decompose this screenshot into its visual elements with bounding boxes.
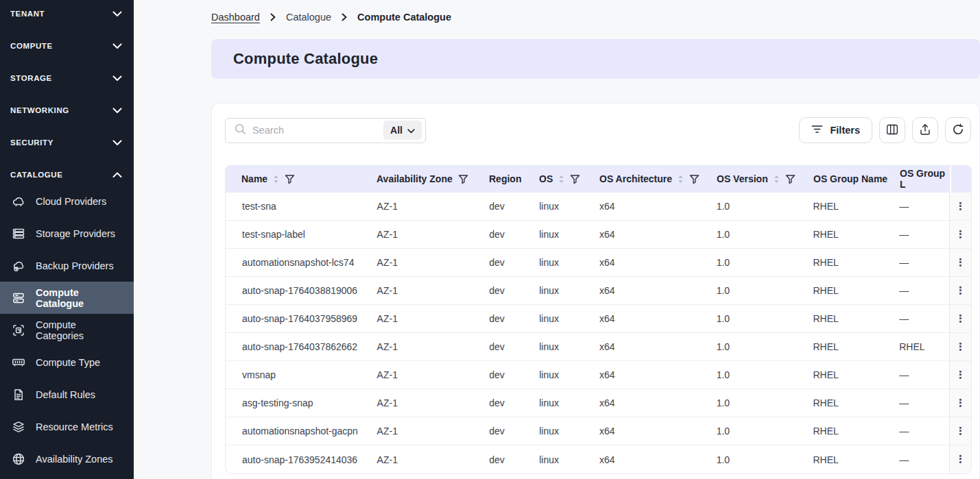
- cell-os-group-name: RHEL: [800, 341, 891, 352]
- chevron-down-icon: [112, 104, 122, 116]
- sidebar-section-tenant[interactable]: TENANT: [0, 0, 134, 29]
- cell-region: dev: [479, 426, 531, 437]
- column-header-os-group-label[interactable]: OS Group L: [892, 165, 950, 193]
- cell-os: linux: [531, 454, 590, 465]
- cell-os-group-name: RHEL: [800, 201, 891, 212]
- filters-button[interactable]: Filters: [799, 117, 872, 143]
- server-icon: [12, 291, 25, 305]
- column-header-name[interactable]: Name: [225, 165, 368, 193]
- storage-stack-icon: [12, 227, 25, 241]
- column-header-os-architecture[interactable]: OS Architecture: [590, 165, 706, 193]
- chevron-up-icon: [112, 169, 122, 181]
- column-header-availability-zone[interactable]: Availability Zone: [368, 165, 479, 193]
- filter-icon[interactable]: [458, 174, 468, 184]
- cell-region: dev: [479, 341, 531, 352]
- sidebar-item-availability-zones[interactable]: Availability Zones: [0, 443, 134, 475]
- row-actions-kebab-button[interactable]: ⋮: [955, 201, 966, 212]
- filter-icon[interactable]: [689, 174, 700, 184]
- column-header-os-group-name[interactable]: OS Group Name: [801, 165, 892, 193]
- cell-availability-zone: AZ-1: [369, 454, 479, 465]
- row-actions-kebab-button[interactable]: ⋮: [955, 398, 966, 408]
- sort-icon[interactable]: [273, 175, 279, 184]
- search-scope-dropdown[interactable]: All: [383, 121, 422, 140]
- row-actions-kebab-button[interactable]: ⋮: [955, 230, 966, 240]
- cell-os-version: 1.0: [706, 426, 801, 437]
- cell-os-group-label: —: [891, 257, 949, 268]
- sidebar-section-networking[interactable]: NETWORKING: [0, 94, 134, 126]
- cell-availability-zone: AZ-1: [369, 257, 479, 268]
- breadcrumb-item-catalogue[interactable]: Catalogue: [286, 12, 331, 23]
- cell-os-version: 1.0: [706, 285, 801, 296]
- cell-os-version: 1.0: [706, 229, 801, 240]
- cell-os-architecture: x64: [590, 341, 706, 352]
- columns-button[interactable]: [879, 117, 905, 143]
- export-icon: [919, 123, 931, 138]
- export-button[interactable]: [912, 117, 938, 143]
- column-header-os[interactable]: OS: [531, 165, 590, 193]
- row-actions-kebab-button[interactable]: ⋮: [955, 370, 966, 380]
- cell-os-architecture: x64: [590, 397, 706, 408]
- cell-availability-zone: AZ-1: [369, 285, 479, 296]
- cell-os: linux: [531, 341, 590, 352]
- cell-region: dev: [479, 257, 531, 268]
- row-actions-kebab-button[interactable]: ⋮: [955, 314, 966, 324]
- cell-region: dev: [479, 369, 531, 380]
- table-row: auto-snap-1763952414036 AZ-1 dev linux x…: [226, 445, 971, 474]
- cell-os-group-name: RHEL: [800, 285, 891, 296]
- chevron-down-icon: [112, 8, 122, 20]
- page-banner: Compute Catalogue: [211, 39, 980, 79]
- column-header-region[interactable]: Region: [479, 165, 531, 193]
- row-actions-kebab-button[interactable]: ⋮: [955, 426, 966, 437]
- cell-os-architecture: x64: [590, 369, 706, 380]
- cell-os-group-name: RHEL: [800, 313, 891, 324]
- cell-availability-zone: AZ-1: [369, 201, 479, 212]
- cell-os-architecture: x64: [590, 285, 706, 296]
- compute-catalogue-table: Name Availability Zone Region OS OS Arch…: [225, 165, 972, 474]
- cell-os-group-name: RHEL: [800, 454, 891, 465]
- cloud-icon: [12, 195, 25, 208]
- document-icon: [12, 388, 25, 402]
- cell-region: dev: [479, 454, 531, 465]
- row-actions-kebab-button[interactable]: ⋮: [955, 454, 966, 465]
- sidebar-item-default-rules[interactable]: Default Rules: [0, 378, 134, 410]
- globe-icon: [12, 452, 25, 466]
- cell-os-architecture: x64: [590, 454, 706, 465]
- row-actions-kebab-button[interactable]: ⋮: [955, 286, 966, 296]
- memory-icon: [12, 356, 25, 369]
- cell-availability-zone: AZ-1: [369, 397, 479, 408]
- sidebar-item-backup-providers[interactable]: Backup Providers: [0, 249, 134, 282]
- breadcrumb-link-dashboard[interactable]: Dashboard: [211, 12, 260, 23]
- column-header-os-version[interactable]: OS Version: [706, 165, 801, 193]
- filter-icon[interactable]: [285, 174, 295, 184]
- cell-os: linux: [531, 257, 590, 268]
- cell-os-group-label: —: [891, 454, 949, 465]
- sidebar-item-cloud-providers[interactable]: Cloud Providers: [0, 185, 134, 217]
- content-card: All Filters Name: [211, 103, 980, 479]
- refresh-button[interactable]: [945, 117, 971, 143]
- row-actions-kebab-button[interactable]: ⋮: [955, 342, 966, 352]
- filter-icon[interactable]: [570, 174, 580, 184]
- cell-os-group-name: RHEL: [800, 397, 891, 408]
- cell-os-architecture: x64: [590, 201, 706, 212]
- sort-icon[interactable]: [678, 175, 684, 184]
- categories-frame-icon: [12, 323, 25, 337]
- chevron-right-icon: [342, 13, 347, 21]
- sidebar-item-storage-providers[interactable]: Storage Providers: [0, 217, 134, 249]
- sidebar-section-security[interactable]: SECURITY: [0, 126, 134, 158]
- row-actions-kebab-button[interactable]: ⋮: [955, 258, 966, 268]
- cell-os-architecture: x64: [590, 313, 706, 324]
- sidebar-section-storage[interactable]: STORAGE: [0, 62, 134, 94]
- cell-os-group-name: RHEL: [800, 257, 891, 268]
- sidebar-item-compute-type[interactable]: Compute Type: [0, 346, 134, 378]
- cell-os-architecture: x64: [590, 257, 706, 268]
- search-input[interactable]: [252, 125, 377, 136]
- sidebar-item-compute-catalogue[interactable]: Compute Catalogue: [0, 282, 134, 314]
- sidebar-item-compute-categories[interactable]: Compute Categories: [0, 314, 134, 346]
- layers-icon: [12, 420, 25, 434]
- sort-icon[interactable]: [774, 175, 780, 184]
- cell-os-version: 1.0: [706, 454, 801, 465]
- filter-icon[interactable]: [785, 174, 796, 184]
- sidebar-item-resource-metrics[interactable]: Resource Metrics: [0, 410, 134, 443]
- sidebar-section-compute[interactable]: COMPUTE: [0, 29, 134, 62]
- sort-icon[interactable]: [558, 175, 564, 184]
